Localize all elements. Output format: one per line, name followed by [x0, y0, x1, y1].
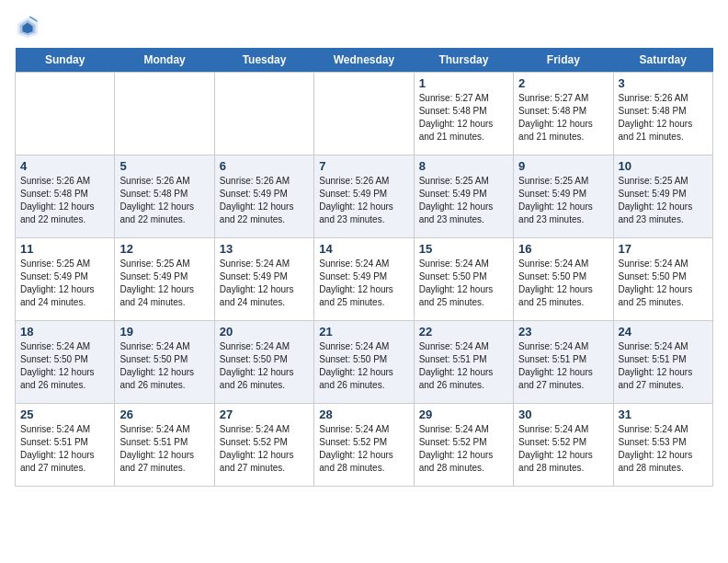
day-number: 3: [619, 76, 708, 90]
calendar-cell: 18Sunrise: 5:24 AM Sunset: 5:50 PM Dayli…: [16, 321, 115, 404]
calendar-cell: 5Sunrise: 5:26 AM Sunset: 5:48 PM Daylig…: [115, 155, 214, 238]
day-number: 8: [419, 159, 508, 173]
day-number: 10: [619, 159, 708, 173]
day-number: 24: [619, 325, 708, 339]
day-info: Sunrise: 5:25 AM Sunset: 5:49 PM Dayligh…: [518, 175, 608, 226]
day-info: Sunrise: 5:24 AM Sunset: 5:50 PM Dayligh…: [119, 340, 209, 392]
day-number: 20: [220, 325, 309, 339]
col-header-tuesday: Tuesday: [214, 48, 313, 73]
header-row: SundayMondayTuesdayWednesdayThursdayFrid…: [16, 48, 713, 73]
day-number: 2: [518, 76, 608, 90]
calendar-cell: 9Sunrise: 5:25 AM Sunset: 5:49 PM Daylig…: [514, 155, 613, 238]
week-row-3: 11Sunrise: 5:25 AM Sunset: 5:49 PM Dayli…: [16, 238, 713, 321]
calendar-cell: 2Sunrise: 5:27 AM Sunset: 5:48 PM Daylig…: [514, 73, 613, 155]
week-row-5: 25Sunrise: 5:24 AM Sunset: 5:51 PM Dayli…: [16, 404, 713, 487]
day-info: Sunrise: 5:24 AM Sunset: 5:51 PM Dayligh…: [619, 340, 708, 392]
day-info: Sunrise: 5:25 AM Sunset: 5:49 PM Dayligh…: [119, 258, 209, 309]
day-info: Sunrise: 5:26 AM Sunset: 5:48 PM Dayligh…: [119, 175, 209, 226]
day-number: 1: [419, 76, 508, 90]
calendar-cell: 24Sunrise: 5:24 AM Sunset: 5:51 PM Dayli…: [613, 321, 712, 404]
day-number: 27: [220, 408, 309, 421]
calendar-cell: 20Sunrise: 5:24 AM Sunset: 5:50 PM Dayli…: [214, 321, 313, 404]
day-info: Sunrise: 5:24 AM Sunset: 5:52 PM Dayligh…: [419, 423, 508, 475]
day-info: Sunrise: 5:27 AM Sunset: 5:48 PM Dayligh…: [419, 92, 508, 144]
day-number: 26: [119, 408, 209, 421]
day-info: Sunrise: 5:25 AM Sunset: 5:49 PM Dayligh…: [20, 258, 109, 309]
calendar-cell: 8Sunrise: 5:25 AM Sunset: 5:49 PM Daylig…: [414, 155, 513, 238]
week-row-1: 1Sunrise: 5:27 AM Sunset: 5:48 PM Daylig…: [16, 73, 713, 155]
day-info: Sunrise: 5:24 AM Sunset: 5:50 PM Dayligh…: [220, 340, 309, 392]
day-number: 18: [20, 325, 109, 339]
calendar-cell: 13Sunrise: 5:24 AM Sunset: 5:49 PM Dayli…: [214, 238, 313, 321]
calendar-cell: 30Sunrise: 5:24 AM Sunset: 5:52 PM Dayli…: [514, 404, 613, 487]
calendar-table: SundayMondayTuesdayWednesdayThursdayFrid…: [15, 48, 713, 487]
col-header-wednesday: Wednesday: [314, 48, 414, 73]
day-number: 14: [319, 242, 408, 256]
day-number: 13: [220, 242, 309, 256]
col-header-monday: Monday: [115, 48, 214, 73]
day-info: Sunrise: 5:27 AM Sunset: 5:48 PM Dayligh…: [518, 92, 608, 144]
calendar-cell: 16Sunrise: 5:24 AM Sunset: 5:50 PM Dayli…: [514, 238, 613, 321]
col-header-thursday: Thursday: [414, 48, 513, 73]
day-number: 9: [518, 159, 608, 173]
calendar-cell: 3Sunrise: 5:26 AM Sunset: 5:48 PM Daylig…: [613, 73, 712, 155]
calendar-cell: 6Sunrise: 5:26 AM Sunset: 5:49 PM Daylig…: [214, 155, 313, 238]
week-row-2: 4Sunrise: 5:26 AM Sunset: 5:48 PM Daylig…: [16, 155, 713, 238]
day-number: 19: [119, 325, 209, 339]
day-info: Sunrise: 5:24 AM Sunset: 5:51 PM Dayligh…: [518, 340, 608, 392]
day-info: Sunrise: 5:24 AM Sunset: 5:51 PM Dayligh…: [419, 340, 508, 392]
day-number: 7: [319, 159, 408, 173]
day-number: 29: [419, 408, 508, 421]
day-info: Sunrise: 5:26 AM Sunset: 5:48 PM Dayligh…: [20, 175, 109, 226]
col-header-sunday: Sunday: [16, 48, 115, 73]
calendar-cell: 4Sunrise: 5:26 AM Sunset: 5:48 PM Daylig…: [16, 155, 115, 238]
page-header: [15, 15, 713, 40]
day-info: Sunrise: 5:24 AM Sunset: 5:49 PM Dayligh…: [220, 258, 309, 309]
col-header-friday: Friday: [514, 48, 613, 73]
day-info: Sunrise: 5:26 AM Sunset: 5:49 PM Dayligh…: [319, 175, 408, 226]
day-number: 22: [419, 325, 508, 339]
calendar-cell: [115, 73, 214, 155]
calendar-cell: 23Sunrise: 5:24 AM Sunset: 5:51 PM Dayli…: [514, 321, 613, 404]
day-info: Sunrise: 5:24 AM Sunset: 5:50 PM Dayligh…: [419, 258, 508, 309]
day-number: 6: [220, 159, 309, 173]
day-info: Sunrise: 5:26 AM Sunset: 5:48 PM Dayligh…: [619, 92, 708, 144]
calendar-cell: 11Sunrise: 5:25 AM Sunset: 5:49 PM Dayli…: [16, 238, 115, 321]
calendar-cell: 10Sunrise: 5:25 AM Sunset: 5:49 PM Dayli…: [613, 155, 712, 238]
day-number: 11: [20, 242, 109, 256]
calendar-cell: 17Sunrise: 5:24 AM Sunset: 5:50 PM Dayli…: [613, 238, 712, 321]
day-info: Sunrise: 5:24 AM Sunset: 5:51 PM Dayligh…: [20, 423, 109, 475]
calendar-cell: 25Sunrise: 5:24 AM Sunset: 5:51 PM Dayli…: [16, 404, 115, 487]
calendar-cell: [214, 73, 313, 155]
calendar-cell: 22Sunrise: 5:24 AM Sunset: 5:51 PM Dayli…: [414, 321, 513, 404]
day-number: 31: [619, 408, 708, 421]
logo-icon: [15, 15, 40, 40]
day-info: Sunrise: 5:26 AM Sunset: 5:49 PM Dayligh…: [220, 175, 309, 226]
day-info: Sunrise: 5:24 AM Sunset: 5:51 PM Dayligh…: [119, 423, 209, 475]
day-info: Sunrise: 5:24 AM Sunset: 5:50 PM Dayligh…: [20, 340, 109, 392]
logo: [15, 15, 44, 40]
calendar-cell: [314, 73, 414, 155]
day-info: Sunrise: 5:24 AM Sunset: 5:52 PM Dayligh…: [518, 423, 608, 475]
day-info: Sunrise: 5:24 AM Sunset: 5:49 PM Dayligh…: [319, 258, 408, 309]
day-number: 4: [20, 159, 109, 173]
day-number: 23: [518, 325, 608, 339]
week-row-4: 18Sunrise: 5:24 AM Sunset: 5:50 PM Dayli…: [16, 321, 713, 404]
calendar-cell: 12Sunrise: 5:25 AM Sunset: 5:49 PM Dayli…: [115, 238, 214, 321]
calendar-cell: 27Sunrise: 5:24 AM Sunset: 5:52 PM Dayli…: [214, 404, 313, 487]
calendar-cell: 21Sunrise: 5:24 AM Sunset: 5:50 PM Dayli…: [314, 321, 414, 404]
day-number: 17: [619, 242, 708, 256]
day-number: 16: [518, 242, 608, 256]
day-info: Sunrise: 5:25 AM Sunset: 5:49 PM Dayligh…: [419, 175, 508, 226]
day-info: Sunrise: 5:24 AM Sunset: 5:50 PM Dayligh…: [319, 340, 408, 392]
day-number: 12: [119, 242, 209, 256]
calendar-cell: 26Sunrise: 5:24 AM Sunset: 5:51 PM Dayli…: [115, 404, 214, 487]
day-info: Sunrise: 5:24 AM Sunset: 5:53 PM Dayligh…: [619, 423, 708, 475]
calendar-cell: 31Sunrise: 5:24 AM Sunset: 5:53 PM Dayli…: [613, 404, 712, 487]
calendar-cell: 28Sunrise: 5:24 AM Sunset: 5:52 PM Dayli…: [314, 404, 414, 487]
calendar-cell: 19Sunrise: 5:24 AM Sunset: 5:50 PM Dayli…: [115, 321, 214, 404]
day-number: 5: [119, 159, 209, 173]
day-info: Sunrise: 5:24 AM Sunset: 5:50 PM Dayligh…: [619, 258, 708, 309]
day-number: 25: [20, 408, 109, 421]
day-info: Sunrise: 5:25 AM Sunset: 5:49 PM Dayligh…: [619, 175, 708, 226]
